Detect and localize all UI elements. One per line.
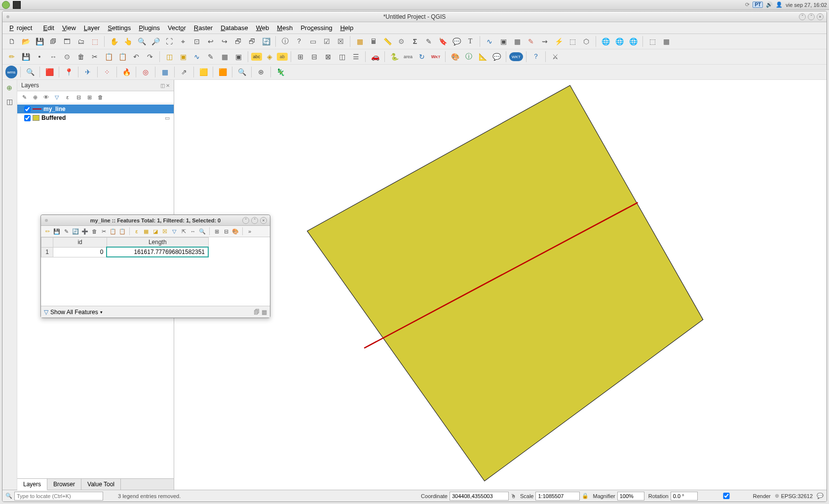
select-features-icon[interactable]: ▭	[306, 35, 319, 48]
map-tips-icon[interactable]: ✎	[422, 35, 435, 48]
info-icon[interactable]: ⓘ	[462, 50, 475, 63]
vector-tool-3-icon[interactable]: ▦	[511, 35, 524, 48]
statistics-icon[interactable]: Σ	[409, 35, 421, 48]
zoom-to-selection-icon[interactable]: ⌖	[177, 35, 189, 48]
spiral-icon[interactable]: ◎	[139, 66, 152, 78]
attr-select-all-icon[interactable]: ▦	[142, 227, 151, 236]
panel-close-icon[interactable]: ✕	[166, 83, 170, 88]
zoom-in-icon[interactable]: 🔍	[135, 35, 148, 48]
undo-icon[interactable]: ↶	[130, 50, 143, 63]
save-edits-icon[interactable]: 💾	[19, 50, 32, 63]
locate-input[interactable]	[14, 492, 103, 501]
attribute-table-titlebar[interactable]: my_line :: Features Total: 1, Filtered: …	[41, 215, 270, 226]
attr-reload-icon[interactable]: 🔄	[71, 227, 80, 236]
layout-manager-icon[interactable]: 🗂	[75, 35, 87, 48]
attr-invert-selection-icon[interactable]: ◪	[151, 227, 160, 236]
vector-tool-1-icon[interactable]: ∿	[483, 35, 496, 48]
attr-move-top-icon[interactable]: ⇱	[179, 227, 188, 236]
coordinate-input[interactable]	[450, 492, 509, 501]
measure-icon[interactable]: 📏	[381, 35, 394, 48]
flame-icon[interactable]: 🔥	[120, 66, 133, 78]
user-icon[interactable]: 👤	[776, 1, 783, 8]
node-tool-icon[interactable]: ⊙	[61, 50, 74, 63]
menu-mesh[interactable]: Mesh	[274, 23, 296, 33]
area-icon[interactable]: area	[402, 50, 414, 63]
heatmap-icon[interactable]: 🟥	[43, 66, 56, 78]
field-calculator-icon[interactable]: 🖩	[367, 35, 380, 48]
magnify-2-icon[interactable]: 🔍	[235, 66, 248, 78]
map-canvas[interactable]	[174, 80, 827, 490]
digitizing-5-icon[interactable]: ▦	[218, 50, 231, 63]
vstrip-tool-1-icon[interactable]: ⊕	[3, 82, 15, 94]
new-layout-icon[interactable]: 🗔	[61, 35, 74, 48]
pan-to-selection-icon[interactable]: 👆	[121, 35, 134, 48]
text-annotation-icon[interactable]: T	[464, 35, 477, 48]
style-manager-icon[interactable]: ⬚	[88, 35, 101, 48]
zoom-full-icon[interactable]: ⛶	[163, 35, 176, 48]
select-by-value-icon[interactable]: ☑	[320, 35, 333, 48]
delete-feature-icon[interactable]: 🗑	[75, 50, 87, 63]
copy-features-icon[interactable]: 📋	[102, 50, 115, 63]
attr-delete-selection-icon[interactable]: 🗑	[90, 227, 99, 236]
attr-table-view-icon[interactable]: ▦	[262, 309, 267, 316]
attr-cell-length[interactable]: 161617.777696801582351	[107, 247, 208, 257]
new-3d-view-icon[interactable]: 🗗	[246, 35, 259, 48]
attr-add-feature-icon[interactable]: ➕	[80, 227, 89, 236]
web-icon-2[interactable]: 🌐	[613, 35, 626, 48]
scale-lock-icon[interactable]: 🔒	[582, 493, 589, 499]
vector-tool-7-icon[interactable]: ⬚	[566, 35, 579, 48]
attr-minimize-button[interactable]: ˅	[242, 217, 249, 224]
digitizing-4-icon[interactable]: ✎	[204, 50, 217, 63]
attr-delete-field-icon[interactable]: ⊟	[222, 227, 230, 236]
identify-icon[interactable]: ⓘ	[279, 35, 292, 48]
keyboard-language-badge[interactable]: PT	[753, 1, 763, 8]
attr-footer-filter-icon[interactable]: ▽	[44, 309, 48, 316]
history-icon[interactable]: ↻	[415, 50, 428, 63]
label-tool-5-icon[interactable]: ☰	[349, 50, 362, 63]
vector-tool-2-icon[interactable]: ▣	[497, 35, 510, 48]
comment-icon[interactable]: 💬	[490, 50, 503, 63]
update-icon[interactable]: ⟳	[745, 1, 750, 8]
pan-icon[interactable]: ✋	[108, 35, 120, 48]
zoom-out-icon[interactable]: 🔎	[149, 35, 162, 48]
menu-settings[interactable]: Settings	[105, 23, 134, 33]
wkt-icon[interactable]: WKT	[429, 50, 442, 63]
digitizing-3-icon[interactable]: ∿	[190, 50, 203, 63]
layer-item-my-line[interactable]: my_line	[17, 105, 174, 113]
attr-paste-icon[interactable]: 📋	[118, 227, 127, 236]
attr-copy-icon[interactable]: 📋	[109, 227, 117, 236]
attr-close-button[interactable]: ×	[260, 217, 267, 224]
vector-tool-4-icon[interactable]: ✎	[525, 35, 537, 48]
menu-project[interactable]: Project	[6, 23, 38, 33]
grid-color-icon[interactable]: 🟧	[216, 66, 229, 78]
attr-maximize-button[interactable]: ˄	[251, 217, 258, 224]
terminal-icon[interactable]	[13, 1, 21, 9]
clock-text[interactable]: vie sep 27, 16:02	[786, 2, 827, 8]
menu-processing[interactable]: Processing	[298, 23, 335, 33]
attr-zoom-to-icon[interactable]: 🔍	[198, 227, 207, 236]
label-tool-2-icon[interactable]: ⊟	[308, 50, 321, 63]
save-as-icon[interactable]: 🗊	[47, 35, 60, 48]
save-project-icon[interactable]: 💾	[33, 35, 46, 48]
volume-icon[interactable]: 🔊	[766, 1, 773, 8]
layer-filter-icon[interactable]: ▽	[52, 92, 62, 102]
window-titlebar[interactable]: *Untitled Project - QGIS ˅ ˄ ×	[2, 11, 827, 22]
layer-checkbox-buffered[interactable]	[24, 115, 31, 121]
plugin-icon[interactable]: ⬚	[646, 35, 659, 48]
attr-filter-selection-icon[interactable]: ▽	[170, 227, 179, 236]
attr-row-header[interactable]: 1	[41, 247, 53, 257]
rotation-input[interactable]	[671, 492, 698, 501]
layer-expression-icon[interactable]: ε	[63, 92, 73, 102]
layer-collapse-icon[interactable]: ⊞	[84, 92, 94, 102]
table-row[interactable]: 1 0 161617.777696801582351	[41, 247, 209, 257]
digitizing-1-icon[interactable]: ◫	[163, 50, 176, 63]
wms-icon[interactable]: wms	[5, 66, 17, 78]
whats-this-icon[interactable]: ？	[293, 35, 305, 48]
menu-help[interactable]: Help	[337, 23, 356, 33]
attr-cell-id[interactable]: 0	[53, 247, 107, 257]
menu-database[interactable]: Database	[218, 23, 251, 33]
magnifier-input[interactable]	[617, 492, 644, 501]
attr-pan-to-icon[interactable]: ↔	[188, 227, 197, 236]
wkt-badge-icon[interactable]: WKT	[509, 52, 523, 61]
maximize-window-button[interactable]: ˄	[808, 13, 815, 20]
